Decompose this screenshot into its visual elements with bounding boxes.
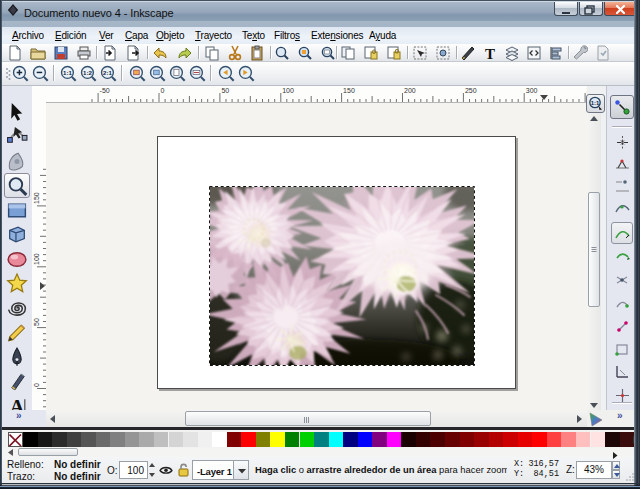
svg-text:1:2: 1:2 (83, 69, 92, 76)
svg-text:2:1: 2:1 (103, 69, 112, 76)
svg-text:1:1: 1:1 (63, 69, 72, 76)
svg-text:T: T (485, 46, 495, 62)
svg-text:1:1: 1:1 (591, 100, 600, 106)
